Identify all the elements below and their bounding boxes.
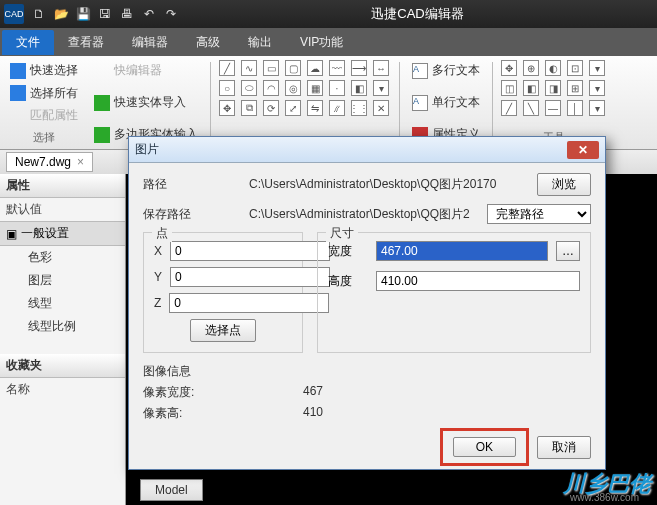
tab-vip[interactable]: VIP功能: [286, 30, 357, 55]
t3-icon[interactable]: ◐: [545, 60, 561, 76]
tab-advanced[interactable]: 高级: [182, 30, 234, 55]
select-all-button[interactable]: 选择所有: [6, 83, 82, 104]
close-icon[interactable]: ×: [77, 155, 84, 169]
tab-view[interactable]: 查看器: [54, 30, 118, 55]
save-icon[interactable]: 💾: [72, 3, 94, 25]
tab-editor[interactable]: 编辑器: [118, 30, 182, 55]
ray-icon[interactable]: ⟶: [351, 60, 367, 76]
size-fieldset: 尺寸 宽度… 高度: [317, 232, 591, 353]
height-label: 高度: [328, 273, 368, 290]
t2-icon[interactable]: ⊕: [523, 60, 539, 76]
save-path-value: C:\Users\Administrator\Desktop\QQ图片2: [249, 206, 481, 223]
quick-editor-button: 快编辑器: [90, 60, 202, 81]
t15-icon[interactable]: ▾: [589, 100, 605, 116]
revcloud-icon[interactable]: ☁: [307, 60, 323, 76]
new-icon[interactable]: 🗋: [28, 3, 50, 25]
mtext-button[interactable]: A多行文本: [408, 60, 484, 81]
px-width-value: 467: [243, 384, 323, 401]
saveall-icon[interactable]: 🖫: [94, 3, 116, 25]
xline-icon[interactable]: ↔: [373, 60, 389, 76]
path-mode-select[interactable]: 完整路径: [487, 204, 591, 224]
undo-icon[interactable]: ↶: [138, 3, 160, 25]
px-height-value: 410: [243, 405, 323, 422]
dialog-close-button[interactable]: ✕: [567, 141, 599, 159]
path-value: C:\Users\Administrator\Desktop\QQ图片20170: [249, 176, 531, 193]
section-general[interactable]: ▣一般设置: [0, 221, 125, 246]
t13-icon[interactable]: —: [545, 100, 561, 116]
point-fieldset: 点 X Y Z 选择点: [143, 232, 303, 353]
z-input[interactable]: [169, 293, 329, 313]
t11-icon[interactable]: ╱: [501, 100, 517, 116]
point-icon[interactable]: ·: [329, 80, 345, 96]
t9-icon[interactable]: ⊞: [567, 80, 583, 96]
t5-icon[interactable]: ▾: [589, 60, 605, 76]
dialog-titlebar: 图片 ✕: [129, 137, 605, 163]
hatch-icon[interactable]: ▦: [307, 80, 323, 96]
array-icon[interactable]: ⋮⋮: [351, 100, 367, 116]
t10-icon[interactable]: ▾: [589, 80, 605, 96]
title-bar: CAD 🗋 📂 💾 🖫 🖶 ↶ ↷ 迅捷CAD编辑器: [0, 0, 657, 28]
more-icon[interactable]: ▾: [373, 80, 389, 96]
erase-icon[interactable]: ✕: [373, 100, 389, 116]
spline-icon[interactable]: 〰: [329, 60, 345, 76]
quick-entity-import-button[interactable]: 快速实体导入: [90, 92, 202, 113]
t14-icon[interactable]: │: [567, 100, 583, 116]
y-label: Y: [154, 270, 162, 284]
stext-button[interactable]: A单行文本: [408, 92, 484, 113]
draw-tools-grid: ╱∿▭▢☁〰⟶↔ ○⬭◠◎▦·◧▾ ✥⧉⟳⤢⇋⫽⋮⋮✕: [219, 60, 391, 116]
scale-icon[interactable]: ⤢: [285, 100, 301, 116]
width-input[interactable]: [376, 241, 548, 261]
tab-output[interactable]: 输出: [234, 30, 286, 55]
doc-tab[interactable]: New7.dwg ×: [6, 152, 93, 172]
cancel-button[interactable]: 取消: [537, 436, 591, 459]
pick-point-button[interactable]: 选择点: [190, 319, 256, 342]
panel-title-favorites: 收藏夹: [0, 354, 125, 378]
arc-icon[interactable]: ◠: [263, 80, 279, 96]
t6-icon[interactable]: ◫: [501, 80, 517, 96]
path-label: 路径: [143, 176, 243, 193]
y-input[interactable]: [170, 267, 330, 287]
ok-button[interactable]: OK: [453, 437, 516, 457]
z-label: Z: [154, 296, 161, 310]
t8-icon[interactable]: ◨: [545, 80, 561, 96]
point-legend: 点: [152, 225, 172, 242]
tab-file[interactable]: 文件: [2, 30, 54, 55]
t7-icon[interactable]: ◧: [523, 80, 539, 96]
line-icon[interactable]: ╱: [219, 60, 235, 76]
image-info-section: 图像信息 像素宽度:467 像素高:410: [143, 363, 591, 422]
move-icon[interactable]: ✥: [219, 100, 235, 116]
print-icon[interactable]: 🖶: [116, 3, 138, 25]
copy-icon[interactable]: ⧉: [241, 100, 257, 116]
nav-icon[interactable]: ✥: [501, 60, 517, 76]
t4-icon[interactable]: ⊡: [567, 60, 583, 76]
t12-icon[interactable]: ╲: [523, 100, 539, 116]
width-more-button[interactable]: …: [556, 241, 580, 261]
open-icon[interactable]: 📂: [50, 3, 72, 25]
ellipse-icon[interactable]: ⬭: [241, 80, 257, 96]
prop-color[interactable]: 色彩: [0, 246, 125, 269]
collapse-icon: ▣: [6, 227, 17, 241]
app-logo: CAD: [4, 4, 24, 24]
block-icon[interactable]: ◧: [351, 80, 367, 96]
polyline-icon[interactable]: ∿: [241, 60, 257, 76]
prop-ltype[interactable]: 线型: [0, 292, 125, 315]
redo-icon[interactable]: ↷: [160, 3, 182, 25]
model-tab[interactable]: Model: [140, 479, 203, 501]
quick-select-button[interactable]: 快速选择: [6, 60, 82, 81]
circle-icon[interactable]: ○: [219, 80, 235, 96]
height-input[interactable]: [376, 271, 580, 291]
donut-icon[interactable]: ◎: [285, 80, 301, 96]
prop-lscale[interactable]: 线型比例: [0, 315, 125, 338]
offset-icon[interactable]: ⫽: [329, 100, 345, 116]
rotate-icon[interactable]: ⟳: [263, 100, 279, 116]
prop-layer[interactable]: 图层: [0, 269, 125, 292]
save-path-label: 保存路径: [143, 206, 243, 223]
app-title: 迅捷CAD编辑器: [182, 5, 653, 23]
properties-panel: 属性 默认值 ▣一般设置 色彩 图层 线型 线型比例 收藏夹 名称: [0, 174, 126, 505]
panel-default: 默认值: [0, 198, 125, 221]
rect-icon[interactable]: ▭: [263, 60, 279, 76]
mirror-icon[interactable]: ⇋: [307, 100, 323, 116]
rect2-icon[interactable]: ▢: [285, 60, 301, 76]
browse-button[interactable]: 浏览: [537, 173, 591, 196]
x-input[interactable]: [170, 241, 330, 261]
